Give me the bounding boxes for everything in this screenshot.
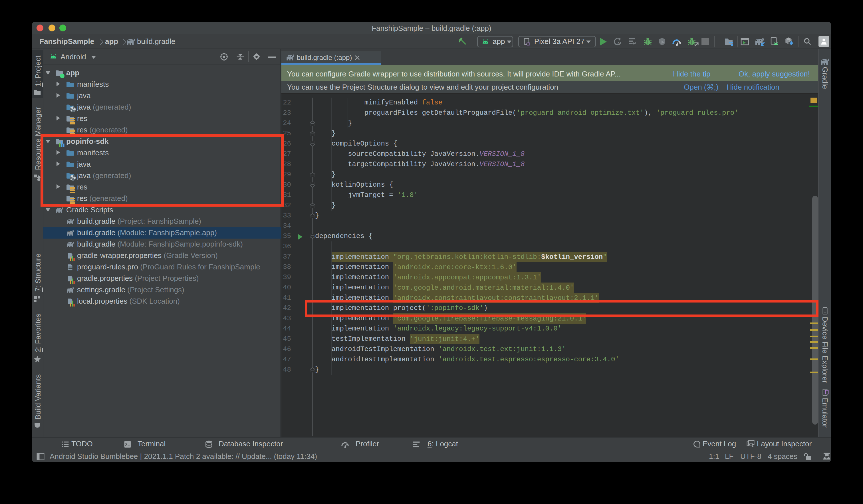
svg-text:A: A xyxy=(617,41,620,46)
